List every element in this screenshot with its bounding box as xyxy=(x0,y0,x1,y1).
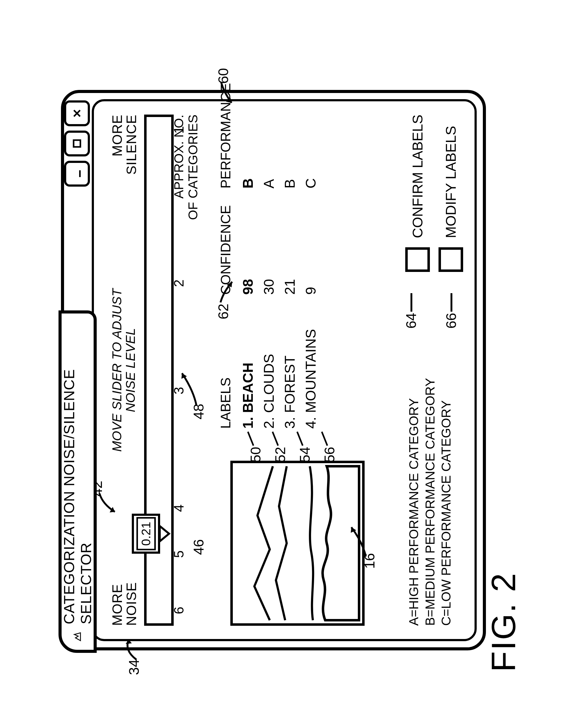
slider-tick: 2 xyxy=(171,280,187,287)
ref-62: 62 xyxy=(215,304,232,319)
ref-66: 66 xyxy=(443,313,459,329)
actions-group: CONFIRM LABELS MODIFY LABELS xyxy=(397,114,472,272)
modify-labels-checkbox[interactable] xyxy=(439,247,463,272)
slider-tick: 5 xyxy=(171,550,187,558)
svg-rect-0 xyxy=(79,170,81,177)
window-title: CATEGORIZATION NOISE/SILENCE SELECTOR xyxy=(61,313,95,624)
performance-legend: A=HIGH PERFORMANCE CATEGORY B=MEDIUM PER… xyxy=(406,378,454,626)
modify-labels-label: MODIFY LABELS xyxy=(443,126,459,238)
label-row: 1. BEACH xyxy=(240,329,256,429)
window-controls xyxy=(64,100,90,187)
maximize-button[interactable] xyxy=(64,131,90,156)
performance-column: PERFORMANCE BABC xyxy=(218,83,323,188)
title-bar: CATEGORIZATION NOISE/SILENCE SELECTOR xyxy=(58,310,97,653)
figure-caption: FIG. 2 xyxy=(484,572,523,672)
noise-slider-area: MORENOISE MOVE SLIDER TO ADJUSTNOISE LEV… xyxy=(110,114,190,626)
label-row: 3. FOREST xyxy=(282,329,298,429)
ref-56: 56 xyxy=(321,447,338,463)
approx-categories-label: APPROX. NO.OF CATEGORIES xyxy=(172,114,200,220)
confidence-value: 9 xyxy=(303,205,319,295)
slider-left-label: MORENOISE xyxy=(110,582,138,626)
ref-50: 50 xyxy=(247,447,264,463)
performance-value: B xyxy=(282,83,298,188)
ref-64: 64 xyxy=(403,313,419,329)
app-window: CATEGORIZATION NOISE/SILENCE SELECTOR MO… xyxy=(61,90,486,650)
app-icon xyxy=(72,632,83,642)
ref-52: 52 xyxy=(272,447,289,463)
minimize-button[interactable] xyxy=(64,161,90,187)
sample-image xyxy=(230,461,365,626)
performance-value: B xyxy=(240,83,256,188)
ref-54: 54 xyxy=(296,447,313,463)
label-row: 4. MOUNTAINS xyxy=(303,329,319,429)
close-button[interactable] xyxy=(64,100,90,126)
performance-value: A xyxy=(261,83,277,188)
confidence-value: 21 xyxy=(282,205,298,295)
svg-rect-1 xyxy=(74,140,80,147)
slider-tick: 4 xyxy=(171,504,187,512)
slider-right-label: MORESILENCE xyxy=(110,114,138,175)
confidence-value: 98 xyxy=(240,205,256,295)
slider-tick: 6 xyxy=(171,607,187,614)
performance-value: C xyxy=(303,83,319,188)
confidence-value: 30 xyxy=(261,205,277,295)
labels-header: LABELS xyxy=(218,329,233,429)
slider-value: 0.21 xyxy=(136,517,156,550)
ref-46: 46 xyxy=(190,539,207,555)
ref-34: 34 xyxy=(126,659,142,675)
noise-slider-thumb[interactable]: 0.21 xyxy=(132,514,167,554)
confirm-labels-checkbox[interactable] xyxy=(405,247,430,272)
slider-instruction: MOVE SLIDER TO ADJUSTNOISE LEVEL xyxy=(110,289,137,452)
svg-marker-4 xyxy=(126,640,132,644)
label-row: 2. CLOUDS xyxy=(261,329,277,429)
labels-column: LABELS 1. BEACH2. CLOUDS3. FOREST4. MOUN… xyxy=(218,329,323,429)
confirm-labels-label: CONFIRM LABELS xyxy=(409,114,426,238)
